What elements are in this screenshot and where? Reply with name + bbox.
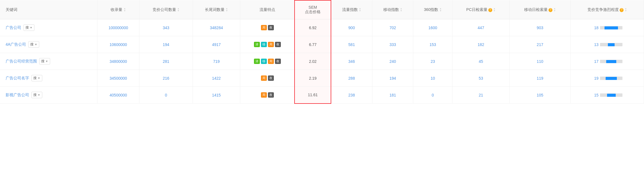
index-360-link[interactable]: 0 bbox=[432, 93, 434, 97]
competition-value-link[interactable]: 17 bbox=[592, 59, 598, 64]
help-icon-mobile_daily[interactable]: ? bbox=[549, 8, 552, 12]
help-icon-pc_daily[interactable]: ? bbox=[488, 8, 492, 12]
competition-value-link[interactable]: 15 bbox=[592, 93, 598, 97]
cell-traffic_feature: 潜移周夜 bbox=[240, 53, 295, 70]
sort-icon-mobile_daily[interactable]: ▲▼ bbox=[554, 8, 556, 12]
cell-longtail: 1422 bbox=[193, 70, 240, 87]
mobile-daily-link[interactable]: 217 bbox=[537, 42, 543, 47]
col-header-traffic_index[interactable]: 流量指数▲▼ bbox=[331, 0, 372, 19]
bidding-companies-link[interactable]: 216 bbox=[163, 76, 169, 81]
sort-icon-mobile_index[interactable]: ▲▼ bbox=[400, 8, 402, 12]
index-360-link[interactable]: 23 bbox=[431, 59, 435, 64]
competition-value-link[interactable]: 19 bbox=[592, 76, 598, 81]
cell-keyword: 广告公司名字搜▼ bbox=[0, 70, 97, 87]
keyword-link[interactable]: 广告公司 bbox=[6, 25, 21, 30]
bidding-companies-link[interactable]: 0 bbox=[165, 93, 167, 97]
col-header-competition[interactable]: 竞价竞争激烈程度?▲▼ bbox=[570, 0, 644, 19]
sort-icon-traffic_index[interactable]: ▲▼ bbox=[359, 8, 361, 12]
col-header-mobile_index[interactable]: 移动指数▲▼ bbox=[372, 0, 413, 19]
keyword-link[interactable]: 广告公司经营范围 bbox=[6, 59, 37, 64]
competition-bar-fill bbox=[606, 77, 617, 80]
cell-competition: 17 bbox=[570, 53, 644, 70]
pc-daily-link[interactable]: 45 bbox=[479, 59, 483, 64]
sort-icon-index_360[interactable]: ▲▼ bbox=[439, 8, 442, 12]
traffic-index-link[interactable]: 238 bbox=[348, 93, 355, 97]
col-header-index_count[interactable]: 收录量▲▼ bbox=[97, 0, 139, 19]
traffic-tag-zhou: 周 bbox=[268, 59, 274, 64]
mobile-index-link[interactable]: 194 bbox=[389, 76, 396, 81]
col-header-label-competition: 竞价竞争激烈程度 bbox=[587, 7, 619, 12]
keyword-search-button[interactable]: 搜▼ bbox=[31, 92, 42, 98]
competition-value-link[interactable]: 18 bbox=[592, 26, 598, 30]
traffic-tag-ye: 夜 bbox=[275, 59, 281, 64]
cell-traffic_feature: 周夜 bbox=[240, 19, 295, 36]
longtail-link[interactable]: 348284 bbox=[210, 26, 223, 30]
longtail-link[interactable]: 719 bbox=[213, 59, 220, 64]
longtail-link[interactable]: 1415 bbox=[212, 93, 221, 97]
traffic-index-link[interactable]: 346 bbox=[348, 59, 355, 64]
keyword-search-button[interactable]: 搜▼ bbox=[28, 41, 39, 48]
mobile-daily-link[interactable]: 119 bbox=[537, 76, 543, 81]
mobile-index-link[interactable]: 181 bbox=[389, 93, 396, 97]
mobile-index-link[interactable]: 333 bbox=[389, 42, 396, 47]
pc-daily-link[interactable]: 182 bbox=[478, 42, 484, 47]
cell-mobile_daily: 903 bbox=[510, 19, 571, 36]
competition-bar-fill bbox=[608, 43, 615, 46]
cell-traffic_feature: 潜移周夜 bbox=[240, 36, 295, 53]
mobile-daily-link[interactable]: 903 bbox=[537, 26, 543, 30]
traffic-tags-container: 周夜 bbox=[244, 75, 291, 81]
traffic-index-link[interactable]: 288 bbox=[348, 76, 355, 81]
keyword-link[interactable]: 4A广告公司 bbox=[6, 42, 26, 47]
sort-icon-longtail[interactable]: ▲▼ bbox=[226, 8, 228, 12]
traffic-tags-container: 潜移周夜 bbox=[244, 42, 291, 47]
bidding-companies-link[interactable]: 194 bbox=[163, 42, 169, 47]
keyword-link[interactable]: 影视广告公司 bbox=[6, 93, 29, 98]
competition-value-link[interactable]: 13 bbox=[592, 42, 598, 47]
col-header-longtail[interactable]: 长尾词数量▲▼ bbox=[193, 0, 240, 19]
traffic-index-link[interactable]: 900 bbox=[348, 26, 355, 30]
cell-sem_price: 2.02 bbox=[295, 53, 331, 70]
sort-icon-competition[interactable]: ▲▼ bbox=[625, 8, 627, 12]
col-header-label-traffic_index: 流量指数 bbox=[342, 7, 358, 12]
pc-daily-link[interactable]: 53 bbox=[479, 76, 483, 81]
mobile-daily-link[interactable]: 110 bbox=[537, 59, 543, 64]
sort-icon-bidding_companies[interactable]: ▲▼ bbox=[177, 8, 179, 12]
traffic-index-link[interactable]: 581 bbox=[348, 42, 355, 47]
cell-longtail: 1415 bbox=[193, 87, 240, 104]
col-header-pc_daily[interactable]: PC日检索量?▲▼ bbox=[452, 0, 509, 19]
cell-index_360: 1600 bbox=[413, 19, 452, 36]
help-icon-competition[interactable]: ? bbox=[620, 8, 624, 12]
cell-index_count: 100000000 bbox=[97, 19, 139, 36]
mobile-daily-link[interactable]: 105 bbox=[537, 93, 543, 97]
keyword-search-button[interactable]: 搜▼ bbox=[31, 75, 42, 81]
mobile-index-link[interactable]: 240 bbox=[389, 59, 396, 64]
bidding-companies-link[interactable]: 281 bbox=[163, 59, 169, 64]
cell-bidding_companies: 216 bbox=[139, 70, 193, 87]
bidding-companies-link[interactable]: 343 bbox=[163, 26, 169, 30]
index-360-link[interactable]: 10 bbox=[431, 76, 435, 81]
pc-daily-link[interactable]: 21 bbox=[479, 93, 483, 97]
cell-competition: 19 bbox=[570, 70, 644, 87]
index-360-link[interactable]: 153 bbox=[430, 42, 436, 47]
keyword-link[interactable]: 广告公司名字 bbox=[6, 76, 29, 81]
col-header-sem_price: SEM 点击价格 bbox=[295, 0, 331, 19]
traffic-tag-zhou: 周 bbox=[261, 92, 267, 98]
longtail-link[interactable]: 1422 bbox=[212, 76, 221, 81]
longtail-link[interactable]: 4917 bbox=[212, 42, 221, 47]
col-header-bidding_companies[interactable]: 竞价公司数量▲▼ bbox=[139, 0, 193, 19]
keyword-search-button[interactable]: 搜▼ bbox=[39, 58, 50, 65]
keyword-search-button[interactable]: 搜▼ bbox=[24, 24, 34, 31]
traffic-tag-yi: 移 bbox=[261, 42, 267, 47]
table-row: 广告公司搜▼100000000343348284周夜6.929007021600… bbox=[0, 19, 644, 36]
col-header-mobile_daily[interactable]: 移动日检索量?▲▼ bbox=[510, 0, 571, 19]
col-header-index_360[interactable]: 360指数▲▼ bbox=[413, 0, 452, 19]
sort-icon-index_count[interactable]: ▲▼ bbox=[123, 8, 126, 12]
cell-competition: 18 bbox=[570, 19, 644, 36]
cell-pc_daily: 53 bbox=[452, 70, 509, 87]
col-header-label-longtail: 长尾词数量 bbox=[205, 7, 225, 12]
mobile-index-link[interactable]: 702 bbox=[389, 26, 396, 30]
sort-icon-pc_daily[interactable]: ▲▼ bbox=[493, 8, 496, 12]
pc-daily-link[interactable]: 447 bbox=[478, 26, 484, 30]
index-360-link[interactable]: 1600 bbox=[428, 26, 437, 30]
traffic-tags-container: 周夜 bbox=[244, 25, 291, 30]
